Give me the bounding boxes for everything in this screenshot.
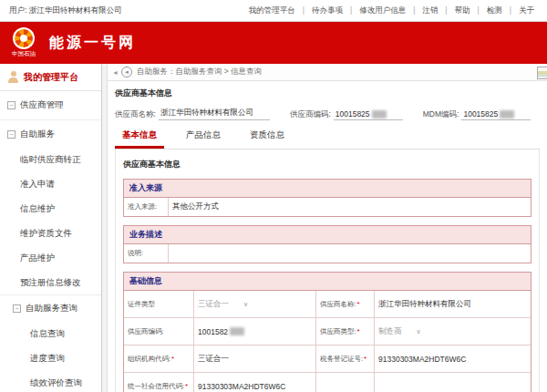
brand-header: 中国石油 能源一号网 xyxy=(0,22,547,64)
table-row: 证件类型 三证合一∨ 供应商名称:* 浙江华田特种材料有限公司 xyxy=(124,291,531,317)
sidebar-item-label: 临时供应商转正 xyxy=(20,154,81,166)
sidebar-item-supplier-management[interactable]: − 供应商管理 xyxy=(0,91,101,120)
required-asterisk: * xyxy=(171,355,174,363)
top-link-my-platform[interactable]: 我的管理平台 xyxy=(245,5,299,16)
top-link-help[interactable]: 帮助 xyxy=(441,5,473,16)
top-link-about[interactable]: 关于 xyxy=(506,5,538,16)
top-link-logout[interactable]: 注销 xyxy=(409,5,441,16)
field-value: 10015825 xyxy=(334,109,403,120)
tree-collapse-icon[interactable]: − xyxy=(7,130,15,139)
supplier-summary-row: 供应商名称: 浙江华田特种材料有限公司 供应商编码: 10015825 MDM编… xyxy=(115,108,540,120)
tree-collapse-icon[interactable]: − xyxy=(7,101,15,109)
section-header: 业务描述 xyxy=(124,226,531,244)
table-cell-label: 税务登记证号:* xyxy=(315,346,374,372)
sidebar-item-label: 预注册信息修改 xyxy=(20,277,81,289)
sidebar-item-label: 自助服务查询 xyxy=(26,303,77,315)
sidebar-item-info-maintain[interactable]: 信息维护 xyxy=(0,197,101,222)
current-user-label: 用户: 浙江华田特种材料有限公司 xyxy=(9,5,122,16)
sidebar-item-label: 绩效评价查询 xyxy=(30,377,82,389)
cnpc-logo: 中国石油 xyxy=(7,27,40,58)
breadcrumb: 自助服务：自助服务查询 > 信息查询 xyxy=(137,67,262,77)
redacted-blur xyxy=(500,110,514,119)
sidebar-item-progress-query[interactable]: 进度查询 xyxy=(0,346,101,371)
sidebar-item-info-query[interactable]: 信息查询 xyxy=(0,322,101,346)
sidebar-item-access-apply[interactable]: 准入申请 xyxy=(0,172,101,197)
table-cell-value: 三证合一 xyxy=(193,346,315,372)
sidebar-item-label: 信息查询 xyxy=(30,328,65,340)
section-header: 准入来源 xyxy=(124,180,531,198)
table-row: 准入来源: 其他公开方式 xyxy=(124,198,531,216)
table-cell-label: 准入来源: xyxy=(124,198,168,216)
sidebar-item-label: 维护资质文件 xyxy=(20,228,72,240)
page-title: 供应商基本信息 xyxy=(115,88,540,99)
sidebar-item-label: 信息维护 xyxy=(20,203,55,215)
back-arrow-icon[interactable]: ◄ xyxy=(121,67,132,77)
table-cell-label: 供应商编码: xyxy=(124,318,193,345)
cnpc-emblem-icon xyxy=(13,27,35,49)
brand-subtitle: 中国石油 xyxy=(12,50,36,58)
sidebar-item-self-service[interactable]: − 自助服务 xyxy=(0,120,101,148)
table-row: 统一社会信用代码:* 91330303MA2HDT6W6C xyxy=(124,372,531,392)
sidebar-item-label: 产品维护 xyxy=(20,253,55,264)
table-cell-label: 统一社会信用代码:* xyxy=(124,373,193,392)
tab-qualification-info[interactable]: 资质信息 xyxy=(243,126,292,149)
top-link-modify-user[interactable]: 修改用户信息 xyxy=(346,5,409,16)
redacted-blur xyxy=(372,110,387,119)
sidebar-item-qualification-files[interactable]: 维护资质文件 xyxy=(0,222,101,246)
table-row: 供应商编码: 1001582 供应商类型:* 制造商∨ xyxy=(124,317,531,345)
required-asterisk: * xyxy=(364,355,366,363)
sidebar-item-label: 供应商管理 xyxy=(20,99,64,111)
table-cell-value: 91330303MA2HDT6W6C xyxy=(193,373,315,392)
table-cell-value xyxy=(374,373,531,392)
page-content: 供应商基本信息 供应商名称: 浙江华田特种材料有限公司 供应商编码: 10015… xyxy=(108,81,547,392)
table-cell-label: 供应商名称:* xyxy=(315,291,374,317)
top-utility-bar: 用户: 浙江华田特种材料有限公司 我的管理平台 待办事项 修改用户信息 注销 帮… xyxy=(0,0,547,22)
table-cell-label: 说明: xyxy=(124,244,168,263)
tab-product-info[interactable]: 产品信息 xyxy=(179,126,228,149)
table-row: 组织机构代码:* 三证合一 税务登记证号:* 91330303MA2HDT6W6… xyxy=(124,345,531,372)
sidebar-item-product-maintain[interactable]: 产品维护 xyxy=(0,246,101,271)
table-cell-label xyxy=(315,373,374,392)
table-cell-value: 其他公开方式 xyxy=(168,198,531,216)
table-row: 说明: xyxy=(124,244,531,263)
section-base-info: 基础信息 证件类型 三证合一∨ 供应商名称:* 浙江华田特种材料有限公司 供应商… xyxy=(123,272,532,392)
sidebar-item-self-service-query[interactable]: − 自助服务查询 xyxy=(0,295,101,322)
required-asterisk: * xyxy=(357,327,360,335)
page-settings-icon[interactable] xyxy=(537,67,547,79)
table-cell-label: 组织机构代码:* xyxy=(124,346,193,372)
table-cell-value: 91330303MA2HDT6W6C xyxy=(374,346,531,372)
main-area: ◄ ◄ 自助服务：自助服务查询 > 信息查询 供应商基本信息 供应商名称: 浙江… xyxy=(108,64,547,392)
field-label: 供应商名称: xyxy=(115,109,156,120)
sidebar-item-label: 进度查询 xyxy=(30,353,65,365)
tab-basic-info[interactable]: 基本信息 xyxy=(115,126,164,149)
field-label: 供应商编码: xyxy=(290,109,331,120)
certificate-type-dropdown[interactable]: 三证合一∨ xyxy=(193,291,315,317)
required-asterisk: * xyxy=(357,300,360,308)
sidebar-item-my-platform[interactable]: 我的管理平台 xyxy=(0,64,101,91)
supplier-type-dropdown[interactable]: 制造商∨ xyxy=(374,318,531,345)
sidebar-item-label: 准入申请 xyxy=(20,179,55,191)
collapse-panel-icon[interactable]: ◄ xyxy=(112,69,119,76)
field-value: 浙江华田特种材料有限公司 xyxy=(159,108,270,120)
brand-title: 能源一号网 xyxy=(49,34,136,53)
chevron-down-icon: ∨ xyxy=(417,328,421,335)
field-mdm-code: MDM编码: 10015825 xyxy=(423,109,532,120)
field-supplier-name: 供应商名称: 浙江华田特种材料有限公司 xyxy=(115,108,270,120)
sidebar-item-label: 自助服务 xyxy=(20,129,55,140)
tree-collapse-icon[interactable]: − xyxy=(13,304,21,313)
required-asterisk: * xyxy=(185,382,188,390)
user-avatar-icon xyxy=(7,71,19,83)
section-business-description: 业务描述 说明: xyxy=(123,225,532,263)
sidebar-item-preregister-modify[interactable]: 预注册信息修改 xyxy=(0,271,101,295)
table-cell-label: 供应商类型:* xyxy=(315,318,374,345)
table-cell-value: 浙江华田特种材料有限公司 xyxy=(374,291,531,317)
sidebar-item-performance-query[interactable]: 绩效评价查询 xyxy=(0,371,101,392)
redacted-blur xyxy=(230,327,244,335)
sidebar-item-temp-supplier-confirm[interactable]: 临时供应商转正 xyxy=(0,148,101,172)
top-link-todo[interactable]: 待办事项 xyxy=(299,5,346,16)
top-link-check[interactable]: 检测 xyxy=(474,5,506,16)
table-cell-label: 证件类型 xyxy=(124,291,193,317)
table-cell-value xyxy=(168,244,531,263)
section-header: 基础信息 xyxy=(124,273,531,291)
field-supplier-code: 供应商编码: 10015825 xyxy=(290,109,403,120)
